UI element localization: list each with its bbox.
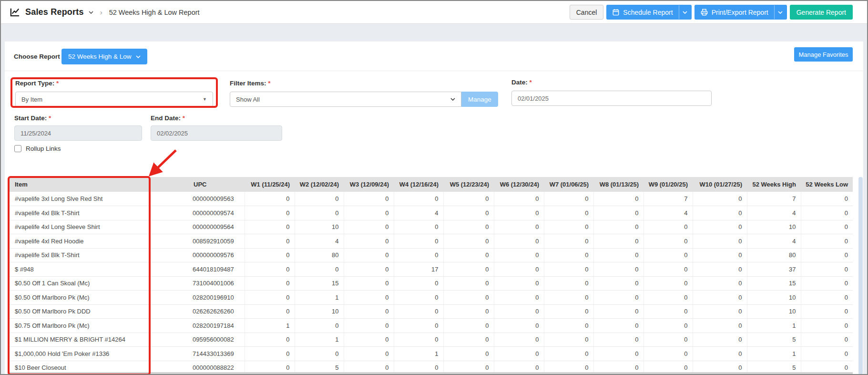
value-cell: 0 (295, 319, 344, 333)
value-cell: 0 (643, 234, 693, 249)
value-cell: 0 (295, 192, 344, 206)
horizontal-scrollbar[interactable] (9, 372, 853, 374)
cancel-button[interactable]: Cancel (570, 5, 604, 20)
value-cell: 0 (494, 276, 544, 291)
column-header: W9 (01/20/25) (643, 177, 693, 192)
column-header: Item (9, 177, 188, 192)
value-cell: 1 (295, 333, 344, 347)
value-cell: 0 (593, 192, 643, 206)
table-row: #vapelife 4xl Blk T-Shirt000000009574000… (9, 206, 853, 220)
value-cell: 0 (344, 234, 394, 249)
print-export-dropdown-toggle[interactable] (774, 5, 786, 19)
value-cell: 0 (801, 248, 853, 262)
value-cell: 0 (494, 206, 544, 220)
value-cell: 0 (593, 234, 643, 249)
value-cell: 0 (245, 234, 295, 249)
value-cell: 0 (443, 319, 494, 333)
value-cell: 0 (643, 304, 693, 319)
value-cell: 0 (245, 291, 295, 305)
table-body: #vapelife 3xl Long Slve Red Sht000000009… (9, 192, 853, 374)
upc-cell: 714433013369 (188, 347, 245, 361)
value-cell: 0 (693, 206, 747, 220)
value-cell: 0 (693, 291, 747, 305)
chevron-down-icon[interactable] (89, 11, 93, 14)
value-cell: 0 (443, 333, 494, 347)
upc-cell: 000000009564 (188, 220, 245, 234)
item-cell: #vapelife 3xl Long Slve Red Sht (9, 192, 188, 206)
print-export-report-button[interactable]: Print/Export Report (694, 5, 787, 20)
value-cell: 0 (443, 291, 494, 305)
value-cell: 15 (295, 276, 344, 291)
value-cell: 0 (544, 333, 593, 347)
value-cell: 0 (544, 248, 593, 262)
filter-items-select[interactable]: Show All (230, 92, 461, 107)
value-cell: 0 (643, 248, 693, 262)
value-cell: 4 (394, 206, 443, 220)
value-cell: 0 (593, 304, 643, 319)
column-header: W5 (12/23/24) (443, 177, 494, 192)
table-row: $0.50 Off Marlboro Pk (Mc)02820019691001… (9, 291, 853, 305)
value-cell: 0 (593, 262, 643, 277)
table-header-row: ItemUPCW1 (11/25/24)W2 (12/02/24)W3 (12/… (9, 177, 853, 192)
value-cell: 0 (593, 248, 643, 262)
value-cell: 0 (801, 333, 853, 347)
page-title: Sales Reports (25, 7, 84, 17)
item-cell: $ #948 (9, 262, 188, 277)
column-header: W3 (12/09/24) (344, 177, 394, 192)
top-bar: Sales Reports › 52 Weeks High & Low Repo… (1, 1, 867, 24)
value-cell: 0 (245, 248, 295, 262)
upc-cell: 028200196910 (188, 291, 245, 305)
value-cell: 0 (801, 319, 853, 333)
value-cell: 0 (443, 206, 494, 220)
vertical-scrollbar[interactable] (858, 177, 863, 374)
value-cell: 0 (295, 262, 344, 277)
value-cell: 7 (747, 192, 801, 206)
value-cell: 0 (643, 291, 693, 305)
report-panel: Choose Report 52 Weeks High & Low Manage… (5, 42, 863, 374)
choose-report-row: Choose Report 52 Weeks High & Low Manage… (5, 42, 863, 71)
schedule-report-dropdown-toggle[interactable] (679, 5, 691, 19)
date-input[interactable] (511, 91, 712, 106)
value-cell: 0 (593, 206, 643, 220)
table-row: $ #94864401810948700017000000370 (9, 262, 853, 277)
upc-cell: 644018109487 (188, 262, 245, 277)
value-cell: 0 (245, 276, 295, 291)
date-label: Date: * (511, 79, 532, 86)
value-cell: 0 (394, 248, 443, 262)
end-date-label: End Date: * (151, 115, 185, 122)
generate-report-button[interactable]: Generate Report (790, 5, 853, 20)
report-type-select[interactable]: By Item ▼ (15, 92, 213, 107)
checkbox-box[interactable] (14, 145, 21, 152)
value-cell: 0 (245, 206, 295, 220)
table-row: #vapelife 4xl Red Hoodie0085929100590400… (9, 234, 853, 249)
item-cell: #vapelife 4xl Blk T-Shirt (9, 206, 188, 220)
value-cell: 0 (801, 206, 853, 220)
report-selector-button[interactable]: 52 Weeks High & Low (61, 49, 147, 64)
filter-items-manage-button[interactable]: Manage (461, 92, 498, 107)
value-cell: 0 (394, 234, 443, 249)
table-row: $0.50 Off 1 Can Skoal (Mc)73100400100601… (9, 276, 853, 291)
item-cell: #vapelife 4xl Red Hoodie (9, 234, 188, 249)
value-cell: 0 (344, 304, 394, 319)
value-cell: 0 (344, 276, 394, 291)
value-cell: 0 (344, 248, 394, 262)
value-cell: 0 (593, 220, 643, 234)
value-cell: 0 (544, 304, 593, 319)
start-date-input (14, 125, 142, 141)
value-cell: 80 (747, 248, 801, 262)
schedule-report-button[interactable]: Schedule Report (606, 5, 691, 20)
value-cell: 0 (344, 291, 394, 305)
value-cell: 0 (394, 192, 443, 206)
manage-favorites-button[interactable]: Manage Favorites (794, 47, 853, 62)
value-cell: 0 (295, 206, 344, 220)
upc-cell: 028200197184 (188, 319, 245, 333)
value-cell: 0 (443, 276, 494, 291)
value-cell: 0 (443, 248, 494, 262)
column-header: W2 (12/02/24) (295, 177, 344, 192)
value-cell: 0 (494, 319, 544, 333)
column-header: W10 (01/27/25) (693, 177, 747, 192)
rollup-links-checkbox[interactable]: Rollup Links (14, 145, 61, 152)
value-cell: 4 (295, 234, 344, 249)
dropdown-arrow-icon: ▼ (203, 97, 207, 102)
value-cell: 5 (747, 333, 801, 347)
